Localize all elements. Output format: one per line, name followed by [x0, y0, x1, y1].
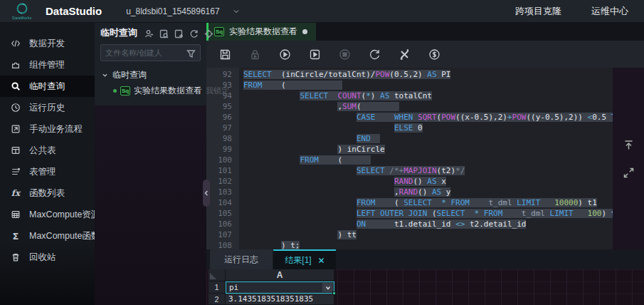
line-number: 99 [206, 144, 232, 155]
sidebar-item-label: 临时查询 [29, 81, 65, 93]
sql-file-icon: Sq [214, 27, 224, 36]
editor-tab-experiment-result[interactable]: Sq 实验结果数据查看 [206, 23, 316, 41]
sidebar-menu: 数据开发组件管理临时查询运行历史手动业务流程New公共表表管理fx函数列表Max… [0, 23, 95, 305]
project-selector[interactable]: u_8ldsbi01_1545896167 [126, 6, 239, 16]
sql-file-icon: Sq [120, 86, 130, 95]
result-cell-value[interactable]: 3.1435183518351835 [226, 294, 334, 305]
search-input[interactable] [105, 48, 184, 57]
sidebar-item-recycle-bin[interactable]: 回收站 [0, 247, 95, 268]
lock-icon[interactable] [249, 48, 261, 61]
grid-corner-cell[interactable] [208, 269, 226, 281]
sidebar-item-maxcompute-func[interactable]: ΣMaxCompute函数 [0, 225, 95, 247]
sidebar-item-label: MaxCompute函数 [29, 230, 100, 242]
code-line[interactable]: FROM ( [243, 80, 613, 91]
filter-icon[interactable] [186, 48, 196, 58]
unsaved-dot-icon [302, 29, 307, 34]
panel-collapse-handle[interactable] [203, 180, 210, 207]
code-line[interactable]: SELECT (inCircle/totalCnt)/POW(0.5,2) AS… [243, 69, 613, 80]
format-icon[interactable] [398, 48, 411, 61]
code-line[interactable]: END [243, 133, 613, 144]
sidebar-item-maxcompute-res[interactable]: MaxCompute资源 [0, 204, 95, 225]
code-line[interactable]: LEFT OUTER JOIN (SELECT * FROM t_dml LIM… [243, 208, 613, 219]
sidebar-item-run-history[interactable]: 运行历史 [0, 97, 95, 118]
resource-icon [10, 209, 21, 220]
sidebar-item-component-mgmt[interactable]: 组件管理 [0, 54, 95, 76]
tree-item-experiment-result[interactable]: Sq 实验结果数据查看 我锁定 [95, 83, 206, 98]
sidebar-item-data-dev[interactable]: 数据开发 [0, 33, 95, 54]
result-label: 结果[1] [285, 254, 311, 267]
line-number: 97 [206, 123, 232, 133]
cost-icon[interactable] [428, 48, 440, 61]
code-line[interactable]: ) tt [243, 229, 613, 240]
new-file-icon[interactable] [174, 29, 184, 38]
ops-center-link[interactable]: 运维中心 [591, 5, 628, 18]
refresh-icon[interactable] [189, 29, 199, 38]
row-header-2[interactable]: 2 [208, 294, 226, 305]
code-line[interactable]: ) t; [243, 240, 613, 249]
workflow-icon [10, 123, 21, 135]
explorer-header: 临时查询 [95, 23, 206, 43]
code-line[interactable]: ,RAND() AS y [243, 187, 613, 197]
code-line[interactable]: SELECT /*+MAPJOIN(t2)*/ [243, 165, 613, 176]
sidebar-item-public-tables[interactable]: 公共表 [0, 140, 95, 161]
code-line[interactable]: ) inCircle [243, 144, 613, 155]
code-lines[interactable]: SELECT (inCircle/totalCnt)/POW(0.5,2) AS… [239, 68, 613, 249]
tree-root-adhoc-query[interactable]: 临时查询 [95, 67, 206, 83]
sidebar-item-label: 数据开发 [29, 38, 65, 50]
top-bar: DataWorks DataStudio u_8ldsbi01_15458961… [0, 0, 644, 23]
chevron-left-icon [204, 190, 208, 196]
line-number: 104 [206, 197, 232, 208]
scroll-to-top-icon[interactable] [623, 139, 635, 151]
close-icon[interactable] [318, 257, 324, 264]
code-line[interactable]: ,SUM( [243, 101, 613, 112]
fullscreen-icon[interactable] [623, 167, 635, 179]
sidebar-item-table-mgmt[interactable]: 表管理 [0, 161, 95, 182]
saved-dot-icon [113, 89, 117, 93]
locate-icon[interactable] [204, 29, 213, 38]
result-cell-pi[interactable]: pi [226, 281, 334, 294]
tree-root-label: 临时查询 [112, 69, 147, 81]
editor-tab-bar: Sq 实验结果数据查看 [206, 23, 644, 41]
code-line[interactable]: FROM ( [243, 155, 613, 165]
sidebar-item-manual-workflow[interactable]: 手动业务流程New [0, 118, 95, 140]
explorer-search [100, 44, 201, 61]
tab-run-log[interactable]: 运行日志 [210, 249, 273, 269]
component-icon [10, 59, 21, 71]
row-header-1[interactable]: 1 [208, 281, 226, 294]
code-line[interactable]: CASE WHEN SQRT(POW((x-0.5),2)+POW((y-0.5… [243, 112, 613, 123]
user-filter-icon[interactable] [144, 29, 154, 38]
dataworks-logo: DataWorks [6, 2, 38, 20]
cross-project-clone-link[interactable]: 跨项目克隆 [515, 5, 561, 18]
results-panel: 运行日志 结果[1] 1 2 A [206, 249, 644, 305]
code-line[interactable]: FROM ( SELECT * FROM t_dml LIMIT 10000) … [243, 197, 613, 208]
reload-icon[interactable] [369, 48, 381, 61]
advanced-run-icon[interactable] [309, 48, 321, 61]
sidebar-item-label: 手动业务流程 [29, 123, 83, 135]
code-icon [10, 38, 21, 49]
project-name: u_8ldsbi01_1545896167 [126, 6, 219, 16]
column-header-a[interactable]: A [226, 269, 334, 281]
tree-item-label: 实验结果数据查看 [134, 85, 202, 97]
cell-dropdown-button[interactable] [322, 283, 333, 292]
tab-result-1[interactable]: 结果[1] [273, 249, 336, 269]
save-icon[interactable] [219, 48, 231, 61]
run-log-label: 运行日志 [224, 254, 258, 266]
sidebar-item-adhoc-query[interactable]: 临时查询 [0, 76, 95, 97]
line-number: 95 [206, 101, 232, 112]
fill-handle[interactable] [332, 291, 336, 295]
stop-icon[interactable] [339, 48, 351, 61]
chevron-down-icon [325, 285, 331, 291]
sigma-icon: Σ [10, 230, 21, 242]
sidebar-item-label: 运行历史 [29, 102, 65, 114]
file-tree: 临时查询 Sq 实验结果数据查看 我锁定 [95, 66, 206, 100]
code-line[interactable]: ON t1.detail_id <> t2.detail_id [243, 219, 613, 229]
file-search-icon[interactable] [159, 29, 169, 38]
code-line[interactable]: SELECT COUNT(*) AS totalCnt [243, 91, 613, 101]
line-number: 100 [206, 155, 232, 165]
dataworks-logo-icon [16, 2, 28, 15]
code-line[interactable]: RAND() AS x [243, 176, 613, 187]
sidebar-item-function-list[interactable]: fx函数列表 [0, 182, 95, 204]
code-editor[interactable]: 9293949596979899100101102103104105106107… [206, 68, 644, 249]
run-icon[interactable] [279, 48, 291, 61]
code-line[interactable]: ELSE 0 [243, 123, 613, 133]
